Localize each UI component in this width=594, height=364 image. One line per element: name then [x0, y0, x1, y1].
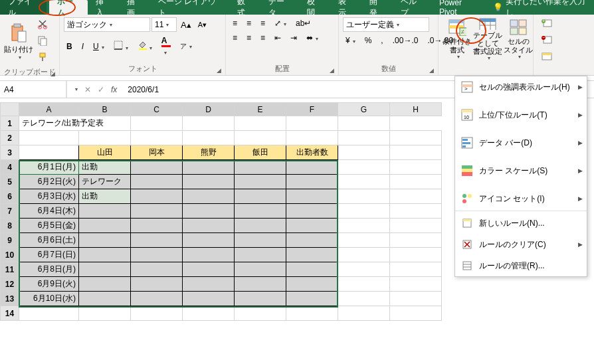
bold-button[interactable]: B: [64, 41, 75, 52]
menu-top-bottom[interactable]: 10 上位/下位ルール(T) ▶: [455, 104, 587, 126]
percent-button[interactable]: %: [362, 35, 375, 46]
orientation-button[interactable]: ⤢▾: [272, 17, 289, 29]
cell[interactable]: 6月3日(水): [19, 189, 79, 204]
font-size-select[interactable]: 11▾: [151, 17, 177, 32]
row-header[interactable]: 11: [1, 262, 19, 277]
menu-icon-sets[interactable]: アイコン セット(I) ▶: [455, 188, 587, 209]
menu-new-rule[interactable]: 新しいルール(N)...: [455, 213, 587, 234]
name-box[interactable]: [0, 81, 66, 98]
col-header-A[interactable]: A: [19, 103, 79, 116]
number-format-select[interactable]: ユーザー定義▾: [343, 17, 429, 32]
menu-clear-rules[interactable]: ルールのクリア(C) ▶: [455, 234, 587, 255]
header-cell[interactable]: 熊野: [183, 145, 235, 160]
fill-color-button[interactable]: ▾: [135, 39, 155, 53]
align-left-button[interactable]: ≡: [230, 32, 240, 44]
tell-me-search[interactable]: 💡 実行したい作業を入力し: [488, 0, 594, 15]
copy-button[interactable]: [35, 34, 50, 49]
cell[interactable]: 6月7日(日): [19, 248, 79, 262]
row-header[interactable]: 3: [1, 145, 19, 160]
tab-power-pivot[interactable]: Power Pivot: [431, 0, 488, 15]
header-cell[interactable]: 飯田: [235, 145, 286, 160]
cell[interactable]: 6月2日(火): [19, 175, 79, 189]
tab-developer[interactable]: 開発: [361, 0, 393, 15]
merge-button[interactable]: ⬌▾: [304, 32, 321, 44]
dialog-launcher-icon[interactable]: ◢: [50, 70, 55, 77]
enter-icon[interactable]: ✓: [98, 85, 104, 94]
insert-cells-button[interactable]: +: [538, 17, 555, 31]
cell[interactable]: 6月1日(月): [19, 160, 79, 175]
increase-indent-button[interactable]: ⇥: [288, 32, 300, 44]
cut-button[interactable]: [35, 17, 50, 33]
row-header[interactable]: 1: [1, 116, 19, 131]
cancel-icon[interactable]: ✕: [84, 85, 91, 94]
cell[interactable]: 6月10日(水): [19, 292, 79, 306]
border-button[interactable]: ▾: [111, 39, 131, 53]
align-top-button[interactable]: ≡: [230, 17, 240, 29]
align-right-button[interactable]: ≡: [258, 32, 268, 44]
row-header[interactable]: 13: [1, 292, 19, 306]
row-header[interactable]: 7: [1, 204, 19, 219]
cell[interactable]: 6月9日(火): [19, 277, 79, 292]
dialog-launcher-icon[interactable]: ◢: [217, 67, 221, 74]
tab-view[interactable]: 表示: [330, 0, 361, 15]
comma-button[interactable]: ,: [378, 35, 385, 46]
format-painter-button[interactable]: [35, 50, 50, 66]
tab-review[interactable]: 校閲: [299, 0, 330, 15]
align-bottom-button[interactable]: ≡: [258, 17, 268, 29]
cell[interactable]: 6月5日(金): [19, 219, 79, 233]
increase-font-button[interactable]: A▴: [178, 19, 194, 31]
cell[interactable]: 6月6日(土): [19, 233, 79, 248]
fx-icon[interactable]: fx: [111, 85, 117, 94]
tab-home[interactable]: ホーム: [49, 0, 88, 15]
phonetic-button[interactable]: ア▾: [177, 40, 195, 52]
header-cell[interactable]: 岡本: [131, 145, 183, 160]
row-header[interactable]: 2: [1, 131, 19, 145]
row-header[interactable]: 8: [1, 219, 19, 233]
row-header[interactable]: 12: [1, 277, 19, 292]
menu-highlight-rules[interactable]: > セルの強調表示ルール(H) ▶: [455, 76, 587, 98]
format-as-table-button[interactable]: テーブルとして 書式設定▾: [473, 17, 502, 61]
col-header-D[interactable]: D: [183, 103, 235, 116]
dialog-launcher-icon[interactable]: ◢: [429, 67, 434, 74]
row-header[interactable]: 4: [1, 160, 19, 175]
paste-button[interactable]: 貼り付け ▾: [4, 20, 33, 64]
format-cells-button[interactable]: [538, 50, 555, 64]
cell[interactable]: 6月4日(木): [19, 204, 79, 219]
row-header[interactable]: 6: [1, 189, 19, 204]
row-header[interactable]: 10: [1, 248, 19, 262]
col-header-B[interactable]: B: [79, 103, 131, 116]
tab-data[interactable]: データ: [260, 0, 299, 15]
row-header[interactable]: 14: [1, 306, 19, 321]
menu-color-scales[interactable]: カラー スケール(S) ▶: [455, 160, 587, 181]
underline-button[interactable]: U▾: [90, 41, 107, 52]
col-header-E[interactable]: E: [235, 103, 286, 116]
col-header-F[interactable]: F: [286, 103, 338, 116]
decrease-indent-button[interactable]: ⇤: [272, 32, 284, 44]
font-color-button[interactable]: A▾: [159, 35, 173, 58]
tab-file[interactable]: ファイル: [0, 0, 47, 15]
row-header[interactable]: 9: [1, 233, 19, 248]
font-name-select[interactable]: 游ゴシック▾: [64, 17, 150, 32]
chevron-down-icon[interactable]: ▾: [75, 86, 78, 92]
cell[interactable]: テレワーク/出勤予定表: [19, 116, 131, 131]
row-header[interactable]: 5: [1, 175, 19, 189]
wrap-text-button[interactable]: ab↵: [293, 17, 314, 29]
cell[interactable]: 出勤: [79, 189, 131, 204]
tab-insert[interactable]: 挿入: [88, 0, 119, 15]
select-all-corner[interactable]: [1, 103, 19, 116]
currency-button[interactable]: ¥▾: [343, 35, 358, 46]
cell-styles-button[interactable]: セルの スタイル▾: [504, 17, 533, 61]
menu-data-bars[interactable]: データ バー(D) ▶: [455, 132, 587, 153]
tab-page-layout[interactable]: ページ レイアウト: [150, 0, 229, 15]
dialog-launcher-icon[interactable]: ◢: [330, 67, 334, 74]
cell[interactable]: 6月8日(月): [19, 262, 79, 277]
align-center-button[interactable]: ≡: [244, 32, 254, 44]
cell[interactable]: テレワーク: [79, 175, 131, 189]
tab-formulas[interactable]: 数式: [229, 0, 260, 15]
increase-decimal-button[interactable]: .00→.0: [390, 35, 421, 46]
col-header-G[interactable]: G: [338, 103, 390, 116]
delete-cells-button[interactable]: −: [538, 34, 555, 48]
italic-button[interactable]: I: [79, 41, 86, 52]
tab-draw[interactable]: 描画: [119, 0, 150, 15]
cell[interactable]: 出勤: [79, 160, 131, 175]
